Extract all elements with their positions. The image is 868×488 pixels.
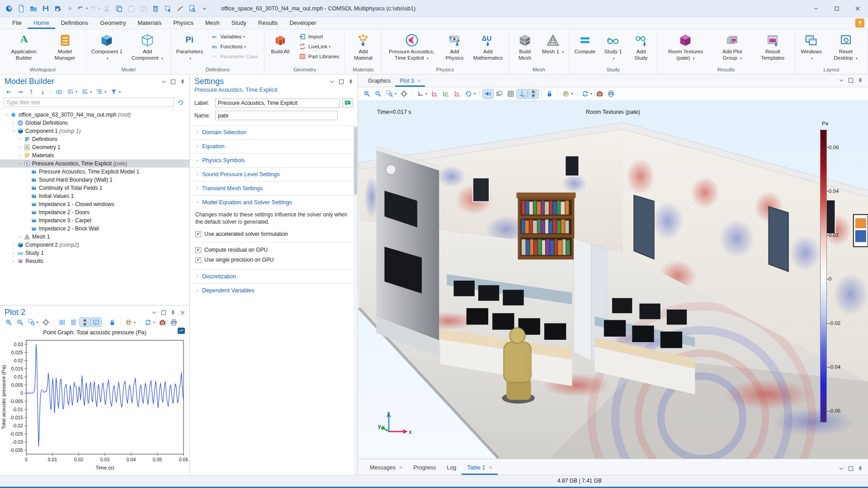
tree-item-mesh-1[interactable]: ›Mesh 1 xyxy=(0,233,189,241)
preview-icon[interactable] xyxy=(186,2,198,14)
tree-expander-icon[interactable]: › xyxy=(10,259,16,263)
tree-item-pressure-acoustics-time-explicit[interactable]: ›Pressure Acoustics, Time Explicit(pate) xyxy=(0,160,189,168)
ribbon-button-part-libraries[interactable]: Part Libraries xyxy=(296,52,341,61)
ribbon-button-build-all[interactable]: Build All xyxy=(266,31,294,66)
help-button[interactable]: ? xyxy=(855,19,864,28)
section-header[interactable]: ›Model Equation and Solver Settings xyxy=(190,196,358,209)
maximize-button[interactable] xyxy=(826,0,847,17)
tree-item-impedance-3-carpet[interactable]: Impedance 3 - Carpet xyxy=(0,216,189,225)
zoom-extents-icon[interactable] xyxy=(41,318,51,327)
panel-pin-icon[interactable] xyxy=(857,465,863,472)
palette-icon[interactable]: ▾ xyxy=(123,318,137,327)
paste-icon[interactable] xyxy=(125,2,137,14)
new-file-icon[interactable] xyxy=(15,2,27,14)
close-tab-icon[interactable]: × xyxy=(399,465,402,471)
ribbon-button-variables[interactable]: a=Variables ▾ xyxy=(208,32,260,42)
plot-window-icon[interactable] xyxy=(178,328,185,334)
qat-chevron-icon[interactable] xyxy=(198,2,210,14)
menu-file[interactable]: File xyxy=(6,18,28,29)
checkbox-icon[interactable]: ✔ xyxy=(195,231,201,237)
tree-item-component-2[interactable]: ›Component 2(comp2) xyxy=(0,241,189,249)
collapse-branch-icon[interactable]: ▾ xyxy=(65,87,79,96)
zoom-box-icon[interactable]: ▾ xyxy=(26,318,40,327)
tree-expander-icon[interactable]: › xyxy=(17,153,23,158)
tree-item-initial-values-1[interactable]: DInitial Values 1 xyxy=(0,192,189,200)
expand-branch-icon[interactable]: ▾ xyxy=(80,87,93,96)
panel-chevron-icon[interactable] xyxy=(838,465,844,472)
section-header[interactable]: ›Transient Mesh Settings xyxy=(190,182,358,195)
triad-icon[interactable] xyxy=(517,89,527,99)
ribbon-button-result-templates[interactable]: Result Templates xyxy=(753,31,793,66)
delete-icon[interactable] xyxy=(149,2,161,14)
cut-icon[interactable] xyxy=(100,2,113,14)
rotate-icon[interactable]: ▾ xyxy=(463,89,477,99)
copy-icon[interactable] xyxy=(113,2,125,14)
ribbon-button-add-material[interactable]: Add Material xyxy=(347,31,379,66)
tree-item-study-1[interactable]: ›Study 1 xyxy=(0,249,189,257)
zoom-out-icon[interactable] xyxy=(15,318,25,327)
refresh-icon[interactable] xyxy=(176,98,186,107)
tree-item-impedance-2-doors[interactable]: Impedance 2 - Doors xyxy=(0,208,189,216)
menu-physics[interactable]: Physics xyxy=(167,18,199,29)
ribbon-button-add-plot-group[interactable]: Add Plot Group ▾ xyxy=(712,31,753,66)
tree-item-sound-hard-boundary-wall-1[interactable]: DSound Hard Boundary (Wall) 1 xyxy=(0,176,189,184)
ribbon-button-add-physics[interactable]: Add Physics xyxy=(440,31,469,66)
undo-icon[interactable]: ▾ xyxy=(76,2,88,14)
ribbon-button-study-1[interactable]: Study 1 ▾ xyxy=(599,31,627,66)
panel-pin-icon[interactable] xyxy=(179,79,186,85)
graphics-tab-graphics[interactable]: Graphics xyxy=(363,75,395,87)
panel-pin-icon[interactable] xyxy=(348,79,354,85)
scrollbar-thumb[interactable] xyxy=(354,127,357,195)
tree-item-geometry-1[interactable]: ›Geometry 1 xyxy=(0,143,189,151)
ribbon-button-add-mathematics[interactable]: ΔUAdd Mathematics xyxy=(469,31,507,66)
tree-expander-icon[interactable]: › xyxy=(10,243,16,247)
annotations-icon[interactable] xyxy=(91,318,101,327)
menu-materials[interactable]: Materials xyxy=(132,18,167,29)
save-icon[interactable] xyxy=(39,2,52,14)
redo-icon[interactable]: ▾ xyxy=(88,2,100,14)
menu-geometry[interactable]: Geometry xyxy=(94,18,132,29)
panel-chevron-icon[interactable] xyxy=(329,79,335,85)
section-header[interactable]: ›Sound Pressure Level Settings xyxy=(190,168,358,181)
checkbox-use-accelerated-solver-formulation[interactable]: ✔Use accelerated solver formulation xyxy=(195,229,352,239)
grid-vertical-icon[interactable] xyxy=(57,318,67,327)
ribbon-button-room-textures-pate-[interactable]: Room Textures (pate) ▾ xyxy=(659,31,712,66)
tree-view-icon[interactable]: ▾ xyxy=(94,87,108,96)
color-legend-icon[interactable] xyxy=(528,89,538,99)
menu-definitions[interactable]: Definitions xyxy=(55,18,94,29)
print-icon[interactable] xyxy=(606,89,616,99)
ribbon-button-model-manager[interactable]: Model Manager xyxy=(46,31,84,66)
plot2-chart-area[interactable]: 0.030.0250.020.0150.010.0050-0.005-0.01-… xyxy=(0,338,189,475)
arrow-down-icon[interactable] xyxy=(38,87,48,96)
checkbox-compute-residual-on-gpu[interactable]: ✔Compute residual on GPU xyxy=(195,245,352,255)
close-tab-icon[interactable]: × xyxy=(489,465,492,471)
minimize-button[interactable] xyxy=(806,0,826,17)
ribbon-button-add-component[interactable]: Add Component ▾ xyxy=(126,31,169,66)
print-icon[interactable] xyxy=(169,318,179,327)
grid-horizontal-icon[interactable] xyxy=(68,318,79,327)
ribbon-button-livelink[interactable]: LiveLink ▾ xyxy=(296,42,341,52)
panel-chevron-icon[interactable] xyxy=(838,77,844,84)
graphics-canvas[interactable]: Time=0.017 s Room Textures (pate) Pa 0.0… xyxy=(358,101,868,459)
ribbon-button-component-1[interactable]: Component 1 ▾ xyxy=(88,31,126,66)
select-region-icon[interactable] xyxy=(161,2,174,14)
close-tab-icon[interactable]: × xyxy=(417,78,420,84)
menu-study[interactable]: Study xyxy=(226,18,252,29)
section-header[interactable]: ›Domain Selection xyxy=(190,126,358,139)
ribbon-button-windows[interactable]: Windows ▾ xyxy=(797,31,826,66)
duplicate-icon[interactable] xyxy=(137,2,149,14)
panel-float-icon[interactable] xyxy=(160,310,167,316)
tree-expander-icon[interactable]: › xyxy=(10,121,16,125)
checkbox-icon[interactable]: ✔ xyxy=(195,257,201,263)
ribbon-button-functions[interactable]: f(x)Functions ▾ xyxy=(208,42,260,52)
tree-expander-icon[interactable]: › xyxy=(11,128,16,134)
close-button[interactable] xyxy=(847,0,868,17)
ribbon-button-import[interactable]: Import xyxy=(296,32,341,42)
graphics-tab-plot-3[interactable]: Plot 3× xyxy=(395,75,425,87)
material-color-icon[interactable] xyxy=(174,2,186,14)
ribbon-button-pressure-acoustics-time-explicit[interactable]: Pressure Acoustics, Time Explicit ▾ xyxy=(383,31,440,66)
bottom-tab-log[interactable]: Log xyxy=(441,461,462,475)
ribbon-button-parameters[interactable]: PiParameters ▾ xyxy=(173,31,206,66)
ribbon-button-application-builder[interactable]: AApplication Builder xyxy=(2,31,46,66)
camera-icon[interactable] xyxy=(594,89,605,99)
